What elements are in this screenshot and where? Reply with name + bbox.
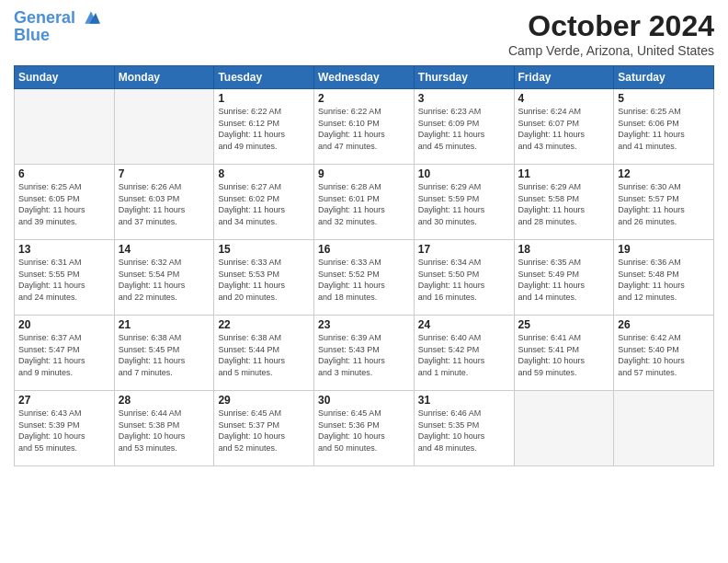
month-title: October 2024 (508, 9, 714, 43)
calendar-cell: 10Sunrise: 6:29 AM Sunset: 5:59 PM Dayli… (414, 165, 514, 240)
day-number: 11 (518, 167, 610, 180)
day-detail: Sunrise: 6:41 AM Sunset: 5:41 PM Dayligh… (518, 332, 610, 378)
calendar-cell: 13Sunrise: 6:31 AM Sunset: 5:55 PM Dayli… (15, 240, 115, 316)
day-number: 2 (318, 92, 410, 105)
day-number: 3 (418, 92, 510, 105)
day-number: 20 (18, 318, 110, 331)
calendar-cell: 27Sunrise: 6:43 AM Sunset: 5:39 PM Dayli… (15, 391, 115, 466)
col-tuesday: Tuesday (214, 66, 314, 89)
day-detail: Sunrise: 6:27 AM Sunset: 6:02 PM Dayligh… (218, 181, 310, 227)
calendar-cell: 25Sunrise: 6:41 AM Sunset: 5:41 PM Dayli… (514, 316, 614, 391)
calendar-cell (614, 391, 714, 466)
day-number: 8 (218, 167, 310, 180)
day-number: 7 (119, 167, 210, 180)
calendar-cell: 22Sunrise: 6:38 AM Sunset: 5:44 PM Dayli… (214, 316, 314, 391)
calendar-cell (15, 89, 115, 165)
day-number: 27 (18, 394, 110, 407)
calendar-cell (114, 89, 214, 165)
day-detail: Sunrise: 6:37 AM Sunset: 5:47 PM Dayligh… (18, 332, 110, 378)
calendar-cell: 11Sunrise: 6:29 AM Sunset: 5:58 PM Dayli… (514, 165, 614, 240)
day-number: 14 (119, 243, 210, 256)
logo-text: General (14, 9, 100, 28)
day-detail: Sunrise: 6:45 AM Sunset: 5:37 PM Dayligh… (218, 408, 310, 454)
col-saturday: Saturday (614, 66, 714, 89)
day-number: 16 (318, 243, 410, 256)
day-number: 22 (218, 318, 310, 331)
col-thursday: Thursday (414, 66, 514, 89)
day-number: 30 (318, 394, 410, 407)
day-detail: Sunrise: 6:25 AM Sunset: 6:05 PM Dayligh… (18, 181, 110, 227)
day-detail: Sunrise: 6:22 AM Sunset: 6:10 PM Dayligh… (318, 106, 410, 152)
day-number: 19 (618, 243, 710, 256)
day-number: 6 (18, 167, 110, 180)
calendar-cell: 19Sunrise: 6:36 AM Sunset: 5:48 PM Dayli… (614, 240, 714, 316)
day-number: 15 (218, 243, 310, 256)
location: Camp Verde, Arizona, United States (508, 43, 714, 58)
col-monday: Monday (114, 66, 214, 89)
day-detail: Sunrise: 6:42 AM Sunset: 5:40 PM Dayligh… (618, 332, 710, 378)
calendar-row-2: 6Sunrise: 6:25 AM Sunset: 6:05 PM Daylig… (15, 165, 714, 240)
day-detail: Sunrise: 6:38 AM Sunset: 5:44 PM Dayligh… (218, 332, 310, 378)
calendar-cell: 9Sunrise: 6:28 AM Sunset: 6:01 PM Daylig… (314, 165, 415, 240)
calendar-cell: 31Sunrise: 6:46 AM Sunset: 5:35 PM Dayli… (414, 391, 514, 466)
calendar-row-3: 13Sunrise: 6:31 AM Sunset: 5:55 PM Dayli… (15, 240, 714, 316)
calendar-cell: 21Sunrise: 6:38 AM Sunset: 5:45 PM Dayli… (114, 316, 214, 391)
day-detail: Sunrise: 6:33 AM Sunset: 5:52 PM Dayligh… (318, 257, 410, 303)
calendar-cell: 15Sunrise: 6:33 AM Sunset: 5:53 PM Dayli… (214, 240, 314, 316)
title-block: October 2024 Camp Verde, Arizona, United… (508, 9, 714, 58)
day-detail: Sunrise: 6:38 AM Sunset: 5:45 PM Dayligh… (119, 332, 210, 378)
calendar-cell: 17Sunrise: 6:34 AM Sunset: 5:50 PM Dayli… (414, 240, 514, 316)
day-number: 25 (518, 318, 610, 331)
calendar-cell: 24Sunrise: 6:40 AM Sunset: 5:42 PM Dayli… (414, 316, 514, 391)
calendar-cell: 1Sunrise: 6:22 AM Sunset: 6:12 PM Daylig… (214, 89, 314, 165)
calendar-cell (514, 391, 614, 466)
logo: General Blue (14, 9, 100, 45)
day-detail: Sunrise: 6:30 AM Sunset: 5:57 PM Dayligh… (618, 181, 710, 227)
day-detail: Sunrise: 6:28 AM Sunset: 6:01 PM Dayligh… (318, 181, 410, 227)
calendar-cell: 4Sunrise: 6:24 AM Sunset: 6:07 PM Daylig… (514, 89, 614, 165)
col-wednesday: Wednesday (314, 66, 415, 89)
day-detail: Sunrise: 6:35 AM Sunset: 5:49 PM Dayligh… (518, 257, 610, 303)
day-detail: Sunrise: 6:22 AM Sunset: 6:12 PM Dayligh… (218, 106, 310, 152)
day-number: 23 (318, 318, 410, 331)
calendar-cell: 29Sunrise: 6:45 AM Sunset: 5:37 PM Dayli… (214, 391, 314, 466)
calendar-row-4: 20Sunrise: 6:37 AM Sunset: 5:47 PM Dayli… (15, 316, 714, 391)
calendar-cell: 30Sunrise: 6:45 AM Sunset: 5:36 PM Dayli… (314, 391, 415, 466)
calendar-cell: 3Sunrise: 6:23 AM Sunset: 6:09 PM Daylig… (414, 89, 514, 165)
day-detail: Sunrise: 6:29 AM Sunset: 5:59 PM Dayligh… (418, 181, 510, 227)
calendar-cell: 14Sunrise: 6:32 AM Sunset: 5:54 PM Dayli… (114, 240, 214, 316)
calendar-cell: 20Sunrise: 6:37 AM Sunset: 5:47 PM Dayli… (15, 316, 115, 391)
calendar-cell: 7Sunrise: 6:26 AM Sunset: 6:03 PM Daylig… (114, 165, 214, 240)
day-detail: Sunrise: 6:45 AM Sunset: 5:36 PM Dayligh… (318, 408, 410, 454)
day-number: 13 (18, 243, 110, 256)
day-number: 29 (218, 394, 310, 407)
calendar-cell: 2Sunrise: 6:22 AM Sunset: 6:10 PM Daylig… (314, 89, 415, 165)
calendar-cell: 18Sunrise: 6:35 AM Sunset: 5:49 PM Dayli… (514, 240, 614, 316)
day-number: 4 (518, 92, 610, 105)
col-sunday: Sunday (15, 66, 115, 89)
calendar-cell: 26Sunrise: 6:42 AM Sunset: 5:40 PM Dayli… (614, 316, 714, 391)
day-detail: Sunrise: 6:46 AM Sunset: 5:35 PM Dayligh… (418, 408, 510, 454)
day-number: 10 (418, 167, 510, 180)
calendar-cell: 8Sunrise: 6:27 AM Sunset: 6:02 PM Daylig… (214, 165, 314, 240)
calendar-cell: 23Sunrise: 6:39 AM Sunset: 5:43 PM Dayli… (314, 316, 415, 391)
day-detail: Sunrise: 6:33 AM Sunset: 5:53 PM Dayligh… (218, 257, 310, 303)
day-number: 5 (618, 92, 710, 105)
day-detail: Sunrise: 6:24 AM Sunset: 6:07 PM Dayligh… (518, 106, 610, 152)
main-container: General Blue October 2024 Camp Verde, Ar… (0, 0, 728, 476)
day-number: 17 (418, 243, 510, 256)
day-number: 24 (418, 318, 510, 331)
day-number: 31 (418, 394, 510, 407)
day-detail: Sunrise: 6:43 AM Sunset: 5:39 PM Dayligh… (18, 408, 110, 454)
calendar-row-1: 1Sunrise: 6:22 AM Sunset: 6:12 PM Daylig… (15, 89, 714, 165)
calendar-table: Sunday Monday Tuesday Wednesday Thursday… (14, 65, 714, 466)
day-detail: Sunrise: 6:40 AM Sunset: 5:42 PM Dayligh… (418, 332, 510, 378)
day-detail: Sunrise: 6:26 AM Sunset: 6:03 PM Dayligh… (119, 181, 210, 227)
day-detail: Sunrise: 6:31 AM Sunset: 5:55 PM Dayligh… (18, 257, 110, 303)
day-number: 9 (318, 167, 410, 180)
day-number: 12 (618, 167, 710, 180)
day-detail: Sunrise: 6:39 AM Sunset: 5:43 PM Dayligh… (318, 332, 410, 378)
calendar-cell: 28Sunrise: 6:44 AM Sunset: 5:38 PM Dayli… (114, 391, 214, 466)
day-number: 21 (119, 318, 210, 331)
calendar-cell: 16Sunrise: 6:33 AM Sunset: 5:52 PM Dayli… (314, 240, 415, 316)
